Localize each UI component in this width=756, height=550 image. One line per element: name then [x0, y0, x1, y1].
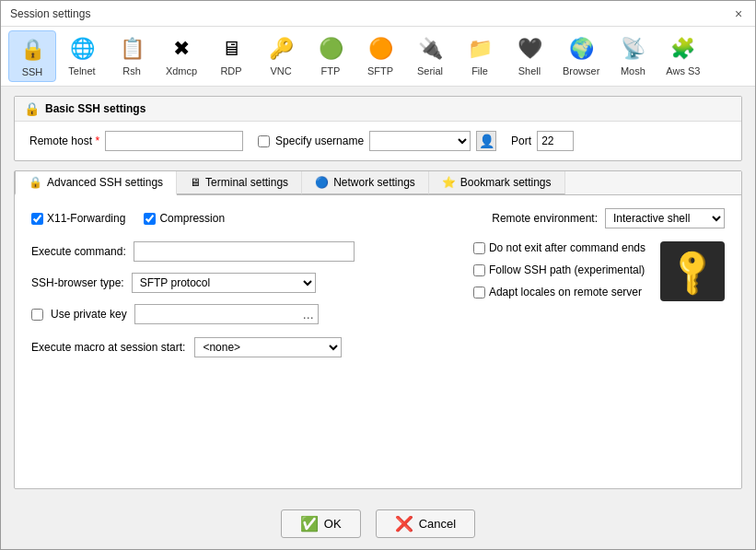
- execute-macro-select[interactable]: <none>: [194, 337, 342, 357]
- ssh-label: SSH: [22, 66, 43, 77]
- ssh-browser-select[interactable]: SFTP protocolSCP protocolNone: [132, 273, 316, 293]
- close-button[interactable]: ×: [731, 6, 746, 21]
- bookmark-tab-icon: ⭐: [442, 176, 456, 189]
- basic-ssh-panel: 🔒 Basic SSH settings Remote host * Speci…: [14, 96, 742, 161]
- toolbar-item-mosh[interactable]: 📡 Mosh: [609, 30, 657, 82]
- cancel-label: Cancel: [419, 517, 456, 531]
- ok-button[interactable]: ✅ OK: [281, 509, 361, 538]
- mid-section: Execute command: SSH-browser type: SFTP …: [31, 241, 725, 324]
- ftp-label: FTP: [321, 65, 341, 76]
- toolbar-item-file[interactable]: 📁 File: [456, 30, 504, 82]
- toolbar-item-browser[interactable]: 🌍 Browser: [555, 30, 607, 82]
- awss3-label: Aws S3: [666, 65, 700, 76]
- serial-label: Serial: [417, 65, 443, 76]
- execute-command-label: Execute command:: [31, 245, 126, 258]
- remote-host-label: Remote host *: [29, 135, 99, 147]
- sftp-icon: 🟠: [366, 34, 395, 64]
- browser-label: Browser: [563, 65, 599, 76]
- execute-command-row: Execute command:: [31, 241, 459, 262]
- key-icon: 🔑: [664, 243, 721, 300]
- toolbar-item-ftp[interactable]: 🟢 FTP: [307, 30, 355, 82]
- bookmark-tab-label: Bookmark settings: [460, 176, 552, 189]
- basic-ssh-title: Basic SSH settings: [45, 102, 145, 115]
- toolbar-item-shell[interactable]: 🖤 Shell: [506, 30, 553, 82]
- network-tab-icon: 🔵: [315, 176, 329, 189]
- user-icon-button[interactable]: 👤: [476, 131, 496, 151]
- specify-username-label: Specify username: [275, 135, 364, 147]
- toolbar-item-rsh[interactable]: 📋 Rsh: [108, 30, 156, 82]
- use-private-key-label: Use private key: [51, 308, 127, 321]
- remote-env-select[interactable]: Interactive shellBashShCustom command: [605, 208, 725, 228]
- toolbar-item-ssh[interactable]: 🔒 SSH: [8, 30, 56, 82]
- basic-ssh-body: Remote host * Specify username 👤 Port: [15, 122, 741, 160]
- basic-ssh-panel-header: 🔒 Basic SSH settings: [15, 97, 741, 122]
- tab-network[interactable]: 🔵 Network settings: [302, 171, 429, 194]
- footer: ✅ OK ❌ Cancel: [1, 498, 755, 549]
- toolbar-item-serial[interactable]: 🔌 Serial: [406, 30, 454, 82]
- toolbar-item-awss3[interactable]: 🧩 Aws S3: [658, 30, 707, 82]
- rdp-label: RDP: [220, 65, 241, 76]
- advanced-body: X11-Forwarding Compression Remote enviro…: [15, 195, 741, 370]
- rsh-label: Rsh: [122, 65, 141, 76]
- specify-username-checkbox[interactable]: [258, 135, 270, 147]
- toolbar-item-xdmcp[interactable]: ✖ Xdmcp: [157, 30, 205, 82]
- telnet-icon: 🌐: [67, 34, 97, 64]
- toolbar-item-vnc[interactable]: 🔑 VNC: [257, 30, 305, 82]
- ok-label: OK: [324, 517, 342, 531]
- private-key-row: Use private key ...: [31, 304, 459, 324]
- remote-env-group: Remote environment: Interactive shellBas…: [492, 208, 725, 228]
- session-settings-window: Session settings × 🔒 SSH 🌐 Telnet 📋 Rsh …: [0, 0, 756, 550]
- username-select[interactable]: [369, 131, 471, 151]
- toolbar-item-telnet[interactable]: 🌐 Telnet: [58, 30, 106, 82]
- port-group: Port: [511, 131, 574, 151]
- port-label: Port: [511, 135, 531, 147]
- specify-username-group: Specify username 👤: [258, 131, 496, 151]
- content-area: 🔒 Basic SSH settings Remote host * Speci…: [1, 87, 755, 498]
- cancel-icon: ❌: [395, 515, 413, 532]
- tab-advanced[interactable]: 🔒 Advanced SSH settings: [15, 171, 177, 195]
- ssh-browser-row: SSH-browser type: SFTP protocolSCP proto…: [31, 273, 459, 293]
- compression-label: Compression: [159, 212, 225, 225]
- terminal-tab-label: Terminal settings: [205, 176, 288, 189]
- mosh-icon: 📡: [618, 34, 647, 64]
- window-title: Session settings: [10, 7, 90, 20]
- serial-icon: 🔌: [415, 34, 445, 64]
- adapt-locales-label: Adapt locales on remote server: [489, 286, 642, 298]
- tab-terminal[interactable]: 🖥 Terminal settings: [177, 171, 302, 194]
- rsh-icon: 📋: [117, 34, 146, 64]
- x11-forwarding-checkbox[interactable]: [31, 213, 43, 225]
- shell-label: Shell: [518, 65, 541, 76]
- use-private-key-checkbox[interactable]: [31, 309, 43, 321]
- port-input[interactable]: [537, 131, 574, 151]
- tab-bookmark[interactable]: ⭐ Bookmark settings: [429, 171, 565, 194]
- network-tab-label: Network settings: [333, 176, 415, 189]
- awss3-icon: 🧩: [669, 34, 698, 64]
- execute-macro-row: Execute macro at session start: <none>: [31, 337, 725, 357]
- private-key-input[interactable]: [134, 304, 319, 324]
- x11-forwarding-group: X11-Forwarding: [31, 212, 125, 225]
- key-image: 🔑: [660, 241, 725, 301]
- compression-checkbox[interactable]: [144, 213, 156, 225]
- toolbar-item-sftp[interactable]: 🟠 SFTP: [356, 30, 404, 82]
- follow-ssh-checkbox[interactable]: [473, 264, 485, 276]
- follow-ssh-group: Follow SSH path (experimental): [473, 263, 645, 276]
- ftp-icon: 🟢: [316, 34, 345, 64]
- remote-host-input[interactable]: [105, 131, 243, 151]
- adapt-locales-checkbox[interactable]: [473, 287, 485, 298]
- do-not-exit-checkbox[interactable]: [473, 242, 485, 254]
- title-bar: Session settings ×: [1, 1, 755, 27]
- toolbar-item-rdp[interactable]: 🖥 RDP: [207, 30, 255, 82]
- tabs-row: 🔒 Advanced SSH settings🖥 Terminal settin…: [15, 171, 741, 195]
- xdmcp-icon: ✖: [167, 34, 196, 64]
- shell-icon: 🖤: [515, 34, 544, 64]
- execute-command-input[interactable]: [134, 241, 355, 262]
- toolbar: 🔒 SSH 🌐 Telnet 📋 Rsh ✖ Xdmcp 🖥 RDP 🔑 VNC…: [1, 27, 755, 87]
- ssh-browser-label: SSH-browser type:: [31, 276, 124, 289]
- cancel-button[interactable]: ❌ Cancel: [376, 509, 475, 538]
- ssh-icon: 🔒: [17, 35, 47, 64]
- sftp-label: SFTP: [367, 65, 393, 76]
- file-label: File: [471, 65, 488, 76]
- private-key-browse-button[interactable]: ...: [298, 304, 319, 324]
- left-col: Execute command: SSH-browser type: SFTP …: [31, 241, 459, 324]
- browser-icon: 🌍: [566, 34, 596, 64]
